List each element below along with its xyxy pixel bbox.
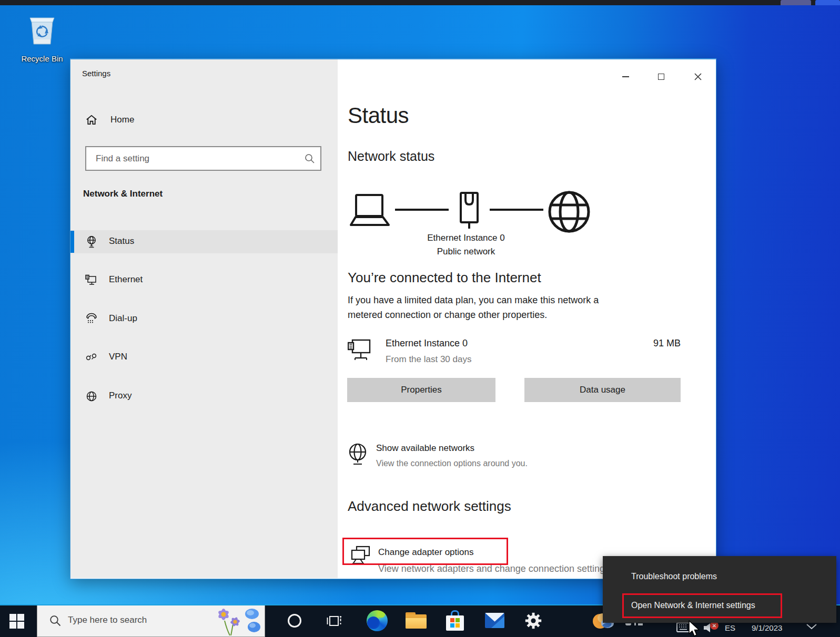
start-button[interactable] <box>7 612 26 631</box>
sidebar-item-label: Status <box>109 236 134 246</box>
language-indicator[interactable]: ES <box>725 623 735 632</box>
properties-button[interactable]: Properties <box>347 378 495 402</box>
maximize-button[interactable] <box>649 68 673 86</box>
dialup-icon <box>85 313 98 325</box>
adapter-name: Ethernet Instance 0 <box>386 338 468 349</box>
minimize-button[interactable] <box>613 68 637 86</box>
ethernet-adapter-icon <box>348 338 372 368</box>
ethernet-connection-icon <box>453 192 485 234</box>
change-adapter-subtitle: View network adapters and change connect… <box>378 563 612 574</box>
search-highlight-flowers-icon <box>212 606 264 636</box>
diagram-link-line <box>490 209 543 211</box>
data-usage-button[interactable]: Data usage <box>524 378 681 402</box>
sidebar-item-label: Dial-up <box>109 313 137 324</box>
close-icon <box>694 73 702 80</box>
file-explorer-icon[interactable] <box>406 612 427 629</box>
cortana-icon <box>288 614 301 628</box>
chevron-down-icon[interactable] <box>806 624 817 630</box>
sidebar-item-ethernet[interactable]: Ethernet <box>70 269 338 292</box>
taskbar-date[interactable]: 9/1/2023 <box>752 623 782 632</box>
page-title: Status <box>348 103 409 128</box>
window-title: Settings <box>82 69 110 78</box>
laptop-icon <box>349 193 390 229</box>
taskbar-search-icon <box>49 614 62 627</box>
settings-search-input[interactable]: Find a setting <box>85 146 321 171</box>
settings-search-placeholder: Find a setting <box>96 153 149 164</box>
adapter-usage: 91 MB <box>575 338 681 349</box>
recycle-bin-icon <box>25 14 59 53</box>
network-status-icon <box>85 235 98 249</box>
taskbar-search-input[interactable]: Type here to search <box>37 605 265 637</box>
sidebar-item-proxy[interactable]: Proxy <box>70 385 338 408</box>
home-label: Home <box>110 115 134 125</box>
store-grid <box>456 623 460 628</box>
search-icon <box>304 153 316 165</box>
sidebar-item-label: Ethernet <box>109 274 143 285</box>
vpn-icon <box>85 352 98 363</box>
connected-body: If you have a limited data plan, you can… <box>348 293 636 322</box>
hidden-tray-icon-sliver <box>638 623 643 625</box>
sidebar-item-home[interactable]: Home <box>70 108 338 132</box>
sidebar-item-label: Proxy <box>109 391 131 401</box>
sidebar-item-label: VPN <box>109 352 127 362</box>
close-button[interactable] <box>686 68 710 86</box>
network-status-heading: Network status <box>348 149 434 164</box>
diagram-network-type: Public network <box>387 246 545 257</box>
show-available-networks[interactable]: Show available networks View the connect… <box>344 440 660 472</box>
store-grid <box>450 623 454 628</box>
vm-toolbar-button-active <box>815 0 840 5</box>
ethernet-icon <box>85 273 98 287</box>
menu-item-troubleshoot[interactable]: Troubleshoot problems <box>603 565 836 588</box>
highlight-box-change-adapter <box>342 538 508 565</box>
proxy-icon <box>85 390 98 403</box>
sidebar-section-label: Network & Internet <box>83 189 163 199</box>
task-view-icon[interactable] <box>326 614 342 628</box>
recycle-bin-shortcut[interactable]: Recycle Bin <box>12 13 73 65</box>
store-body <box>446 615 464 631</box>
store-grid <box>450 618 454 622</box>
sidebar-item-status[interactable]: Status <box>70 230 338 253</box>
diagram-connection-name: Ethernet Instance 0 <box>387 233 545 243</box>
windows-logo-icon <box>9 613 25 629</box>
taskbar-search-placeholder: Type here to search <box>68 615 147 625</box>
screen-top-strip <box>0 0 840 5</box>
mouse-cursor <box>688 620 702 637</box>
available-networks-globe-icon <box>347 443 368 467</box>
diagram-link-line <box>395 209 449 211</box>
store-grid <box>456 618 460 622</box>
cortana-button[interactable] <box>288 614 301 628</box>
home-icon <box>85 113 98 127</box>
advanced-settings-heading: Advanced network settings <box>348 498 511 515</box>
vm-toolbar-button <box>781 0 811 5</box>
sidebar-item-vpn[interactable]: VPN <box>70 346 338 369</box>
microsoft-store-icon[interactable] <box>446 610 464 631</box>
mail-app-icon[interactable] <box>485 613 504 628</box>
settings-window: Settings Home Find a setting Network & I… <box>70 58 716 579</box>
highlight-box-open-network-settings <box>622 593 782 618</box>
hidden-tray-icon-sliver <box>625 623 631 625</box>
show-networks-subtitle: View the connection options around you. <box>376 459 528 468</box>
sidebar-item-dialup[interactable]: Dial-up <box>70 307 338 331</box>
settings-gear-icon[interactable] <box>523 611 543 631</box>
connected-heading: You’re connected to the Internet <box>348 270 541 286</box>
recycle-bin-label: Recycle Bin <box>12 54 73 63</box>
folder-front <box>406 618 427 629</box>
adapter-period: From the last 30 days <box>386 354 471 365</box>
edge-browser-icon[interactable] <box>367 610 388 631</box>
show-networks-title: Show available networks <box>376 443 474 454</box>
internet-globe-icon <box>548 190 591 233</box>
